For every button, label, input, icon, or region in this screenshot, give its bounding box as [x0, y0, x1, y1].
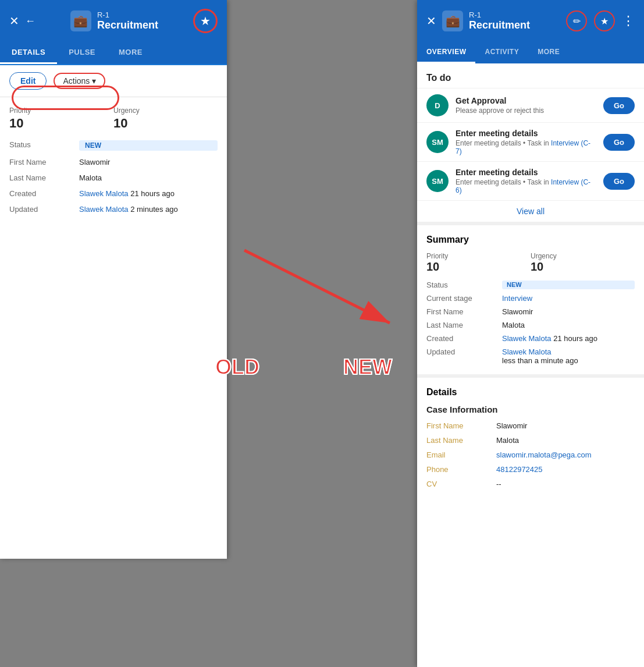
summary-updated-row: Updated Slawek Malota less than a minute…	[426, 347, 635, 365]
ci-phone-row: Phone 48122972425	[426, 465, 635, 474]
first-name-label: First Name	[9, 158, 79, 166]
todo-section-title: To do	[417, 63, 644, 88]
summary-priority: Priority 10	[426, 252, 531, 274]
status-row: Status NEW	[9, 140, 218, 151]
ci-email-value[interactable]: slawomir.malota@pega.com	[496, 450, 635, 459]
todo-avatar-1: SM	[426, 131, 449, 153]
summary-updated-time: less than a minute ago	[502, 356, 635, 365]
todo-desc-2: Enter meeting details • Task in Intervie…	[456, 178, 596, 194]
created-author[interactable]: Slawek Malota	[79, 189, 129, 198]
details-section: Details Case Information First Name Slaw…	[417, 374, 644, 503]
summary-firstname-value: Slawomir	[502, 307, 635, 316]
last-name-label: Last Name	[9, 173, 79, 182]
go-btn-2[interactable]: Go	[603, 173, 635, 190]
todo-title-1: Enter meeting details	[456, 129, 596, 138]
actions-circle: Actions ▾	[54, 73, 105, 89]
back-icon[interactable]: ←	[25, 15, 35, 27]
summary-lastname-label: Last Name	[426, 321, 502, 329]
svg-line-1	[244, 250, 390, 323]
summary-section: Summary Priority 10 Urgency 10 Status NE…	[417, 222, 644, 374]
updated-value: Slawek Malota 2 minutes ago	[79, 205, 218, 214]
left-title-group: R-1 Recruitment	[97, 10, 158, 31]
actions-label: Actions	[63, 76, 90, 86]
ci-firstname-value: Slawomir	[496, 421, 635, 430]
ci-phone-label: Phone	[426, 465, 496, 474]
view-all-link[interactable]: View all	[417, 200, 644, 222]
star-icon-circle[interactable]: ★	[594, 10, 615, 31]
more-icon[interactable]: ⋮	[622, 13, 635, 29]
edit-button[interactable]: Edit	[9, 72, 47, 90]
created-time: 21 hours ago	[130, 189, 175, 198]
summary-updated-author[interactable]: Slawek Malota	[502, 347, 635, 356]
todo-desc-text-1: Enter meeting details • Task in	[456, 139, 549, 147]
summary-status-label: Status	[426, 281, 502, 289]
pencil-icon: ✏	[573, 16, 581, 27]
close-icon[interactable]: ✕	[9, 15, 19, 27]
todo-item-0: D Get Approval Please approve or reject …	[417, 88, 644, 122]
tab-more[interactable]: MORE	[107, 42, 154, 64]
updated-label: Updated	[9, 205, 79, 214]
actions-bar: Edit Actions ▾	[0, 65, 227, 97]
status-label: Status	[9, 140, 79, 149]
tab-overview[interactable]: OVERVIEW	[417, 42, 475, 63]
right-briefcase-icon: 💼	[442, 10, 463, 31]
tab-details[interactable]: DETAILS	[0, 42, 57, 64]
tab-more-right[interactable]: MORE	[528, 42, 569, 63]
tab-pulse[interactable]: PULSE	[57, 42, 107, 64]
left-tabs: DETAILS PULSE MORE	[0, 42, 227, 65]
summary-fields: Status NEW Current stage Interview First…	[426, 281, 635, 365]
star-icon: ★	[600, 16, 609, 27]
todo-avatar-2: SM	[426, 170, 449, 192]
priority-label: Priority	[9, 107, 113, 115]
summary-created-label: Created	[426, 334, 502, 343]
todo-title-0: Get Approval	[456, 96, 596, 105]
right-panel: ✕ 💼 R-1 Recruitment ✏ ★ ⋮ OVERVIEW ACTIV…	[417, 0, 644, 667]
summary-priority-label: Priority	[426, 252, 531, 260]
edit-icon-circle[interactable]: ✏	[566, 10, 587, 31]
created-row: Created Slawek Malota 21 hours ago	[9, 189, 218, 198]
summary-priority-value: 10	[426, 260, 531, 274]
todo-desc-text-2: Enter meeting details • Task in	[456, 178, 549, 186]
last-name-row: Last Name Malota	[9, 173, 218, 182]
left-case-name: Recruitment	[97, 19, 158, 31]
right-header-icons: ✏ ★ ⋮	[566, 10, 635, 31]
actions-dropdown[interactable]: Actions ▾	[54, 73, 105, 89]
urgency-label: Urgency	[113, 107, 218, 115]
updated-time: 2 minutes ago	[130, 205, 178, 214]
tab-activity[interactable]: ACTIVITY	[475, 42, 528, 63]
first-name-value: Slawomir	[79, 158, 218, 166]
summary-lastname-value: Malota	[502, 321, 635, 329]
star-button[interactable]: ★	[193, 9, 218, 33]
briefcase-icon: 💼	[70, 10, 91, 31]
ci-firstname-label: First Name	[426, 421, 496, 430]
todo-desc-0: Please approve or reject this	[456, 107, 596, 115]
summary-status-badge: NEW	[502, 281, 635, 289]
actions-chevron-icon: ▾	[92, 76, 96, 86]
left-header: ✕ ← 💼 R-1 Recruitment ★	[0, 0, 227, 42]
summary-status-row: Status NEW	[426, 281, 635, 289]
summary-updated-value: Slawek Malota less than a minute ago	[502, 347, 635, 365]
ci-phone-value[interactable]: 48122972425	[496, 465, 635, 474]
left-panel: ✕ ← 💼 R-1 Recruitment ★ DETAILS PULSE MO…	[0, 0, 227, 559]
summary-grid: Priority 10 Urgency 10	[426, 252, 635, 274]
details-title: Details	[426, 387, 635, 398]
updated-author[interactable]: Slawek Malota	[79, 205, 129, 214]
left-header-info: 💼 R-1 Recruitment	[70, 10, 158, 31]
todo-desc-1: Enter meeting details • Task in Intervie…	[456, 139, 596, 155]
priority-value: 10	[9, 116, 113, 131]
ci-lastname-row: Last Name Malota	[426, 436, 635, 445]
created-value: Slawek Malota 21 hours ago	[79, 189, 218, 198]
summary-lastname-row: Last Name Malota	[426, 321, 635, 329]
right-close-icon[interactable]: ✕	[426, 15, 436, 27]
summary-stage-value[interactable]: Interview	[502, 294, 635, 303]
todo-title-2: Enter meeting details	[456, 168, 596, 177]
ci-lastname-value: Malota	[496, 436, 635, 445]
go-btn-0[interactable]: Go	[603, 97, 635, 114]
priority-group: Priority 10	[9, 107, 113, 131]
new-label: NEW	[343, 355, 392, 379]
urgency-group: Urgency 10	[113, 107, 218, 131]
go-btn-1[interactable]: Go	[603, 134, 635, 151]
summary-created-author[interactable]: Slawek Malota	[502, 334, 552, 343]
summary-stage-label: Current stage	[426, 294, 502, 303]
right-case-id: R-1	[469, 10, 530, 19]
